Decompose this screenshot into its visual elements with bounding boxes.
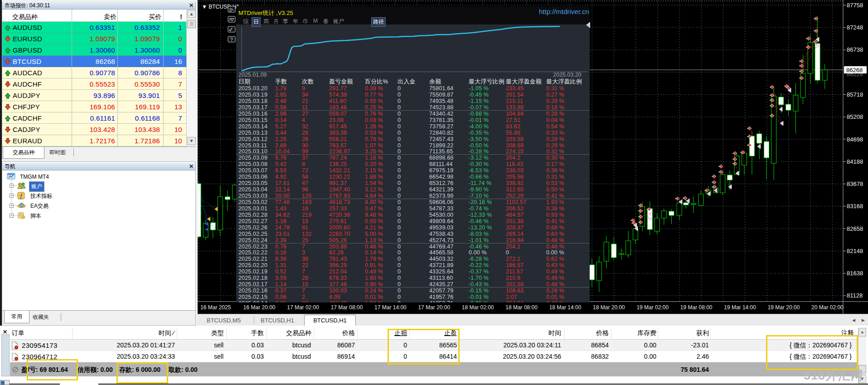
svg-text:81128: 81128: [847, 292, 863, 299]
svg-text:?: ?: [230, 37, 233, 42]
svg-text:16 Mar 20:00: 16 Mar 20:00: [243, 304, 276, 311]
svg-text:83168: 83168: [847, 203, 863, 210]
svg-text:86738: 86738: [847, 46, 863, 53]
svg-text:17 Mar 08:00: 17 Mar 08:00: [331, 304, 363, 311]
svg-text:17 Mar 02:00: 17 Mar 02:00: [287, 304, 319, 311]
svg-text:86268: 86268: [846, 67, 863, 73]
svg-text:18 Mar 02:00: 18 Mar 02:00: [462, 304, 494, 311]
svg-text:18 Mar 20:00: 18 Mar 20:00: [593, 304, 625, 311]
svg-text:19 Mar 20:00: 19 Mar 20:00: [768, 304, 800, 311]
svg-text:19 Mar 14:00: 19 Mar 14:00: [724, 304, 756, 311]
svg-text:83678: 83678: [847, 180, 863, 187]
svg-text:87758: 87758: [847, 2, 863, 9]
svg-text:19 Mar 02:00: 19 Mar 02:00: [636, 304, 669, 311]
svg-text:84188: 84188: [847, 158, 863, 165]
svg-text:18 Mar 14:00: 18 Mar 14:00: [549, 304, 582, 311]
svg-text:85718: 85718: [847, 91, 863, 98]
svg-text:87248: 87248: [847, 24, 863, 31]
svg-text:81638: 81638: [847, 270, 863, 277]
svg-text:17 Mar 20:00: 17 Mar 20:00: [418, 304, 450, 311]
svg-text:17 Mar 14:00: 17 Mar 14:00: [374, 304, 407, 311]
svg-text:19 Mar 08:00: 19 Mar 08:00: [680, 304, 713, 311]
svg-text:82148: 82148: [847, 248, 863, 254]
svg-text:85208: 85208: [847, 113, 863, 120]
svg-text:16 Mar 2025: 16 Mar 2025: [200, 304, 231, 311]
svg-text:84698: 84698: [847, 136, 863, 143]
svg-text:20 Mar 02:00: 20 Mar 02:00: [811, 304, 844, 311]
svg-text:18 Mar 08:00: 18 Mar 08:00: [505, 304, 538, 311]
svg-text:82658: 82658: [847, 225, 863, 232]
